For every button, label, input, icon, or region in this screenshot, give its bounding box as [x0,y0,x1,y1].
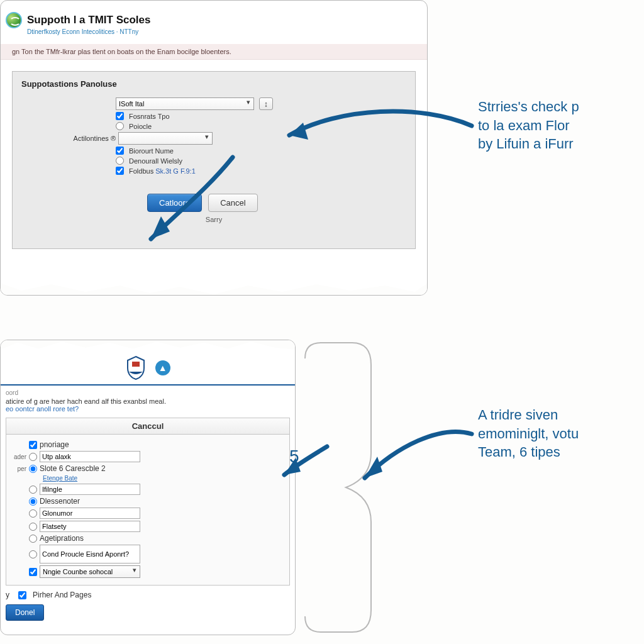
row-label-ader: ader [10,453,29,460]
foot-label: y [6,591,14,599]
intro-link[interactable]: eo oontcr anoll rore tet? [6,405,79,413]
step5-arrow [277,440,333,484]
radio-flatsety[interactable] [29,523,37,531]
radio-dlessenoter-label: Dlessenoter [40,497,80,506]
torn-edge [0,283,428,296]
cancel-box: Canccul pnoriage ader per Slote 6 Caresc… [6,418,290,586]
checkbox-nngie[interactable] [29,568,37,576]
select-nngie[interactable]: Nngie Counbe sohocal [40,565,140,578]
inner-arrow-1 [132,151,245,252]
radio-poiocle-label: Poiocle [129,123,152,130]
input-glonumor[interactable] [40,508,140,519]
radio-agetiprations[interactable] [29,535,37,543]
row-label-per: per [10,465,29,472]
svg-marker-1 [151,216,170,239]
input-cond[interactable] [40,545,140,564]
logo-row: ▲ [1,355,295,380]
input-utp[interactable] [40,451,140,462]
svg-marker-3 [365,457,382,478]
radio-cond[interactable] [29,550,37,558]
input-ifilngle[interactable] [40,484,140,495]
crest-icon [125,355,147,380]
notice-bar: gn Ton the TMfr-lkrar plas tlent on boat… [1,44,427,60]
bottom-panel: ▲ oord aticire of g are haer hach eand a… [0,340,296,635]
done-button[interactable]: Donel [6,604,44,621]
select-main[interactable]: ISoft Ital [116,97,254,110]
radio-slote-label: Slote 6 Carescble 2 [40,464,106,473]
radio-denourall[interactable] [116,157,124,165]
etenge-link[interactable]: Etenge Bate [10,475,286,482]
cancel-box-title: Canccul [6,418,289,435]
torn-edge-top [0,340,296,350]
radio-utp[interactable] [29,453,37,461]
select-act[interactable] [118,132,213,145]
step-number: 5. [289,447,304,467]
checkbox-pnoriage[interactable] [29,441,37,449]
checkbox-pirher[interactable] [18,591,26,599]
checkbox-biorourt[interactable] [116,147,124,155]
annotation-1: Strries's check p to la exam Flor by Lif… [478,97,641,153]
svg-rect-2 [132,362,140,367]
globe-icon [6,12,22,28]
intro-text: aticire of g are haer hach eand alf this… [1,396,295,414]
radio-ifilngle[interactable] [29,486,37,494]
header: Suppoth l a TMIT Scoles [1,12,427,30]
radio-slote[interactable] [29,465,37,473]
divider [1,384,295,386]
checkbox-pirher-label: Pirher And Pages [33,591,91,599]
radio-dlessenoter[interactable] [29,497,37,506]
radio-agetiprations-label: Agetiprations [40,534,84,543]
breadcrumb: oord [1,389,295,396]
act-label: Actilontines ® [72,135,116,142]
checkbox-fosnrats-label: Fosnrats Tpo [129,113,170,120]
checkbox-foldbus[interactable] [116,167,124,175]
form-title: Suppotastions Panoluse [21,79,406,89]
annotation-2: A tridre siven emominiglt, votu Team, 6 … [478,406,641,462]
checkbox-fosnrats[interactable] [116,112,124,120]
radio-poiocle[interactable] [116,122,124,130]
page-subtitle: Dtinerfkosty Econn Intecolitices · NTTny [1,28,427,35]
annotation-arrow-2 [352,421,478,491]
radio-glonumor[interactable] [29,509,37,518]
checkbox-pnoriage-label: pnoriage [40,440,69,449]
input-flatsety[interactable] [40,521,140,532]
page-title: Suppoth l a TMIT Scoles [27,14,150,26]
annotation-arrow-1 [264,101,478,164]
seal-icon: ▲ [155,360,170,375]
